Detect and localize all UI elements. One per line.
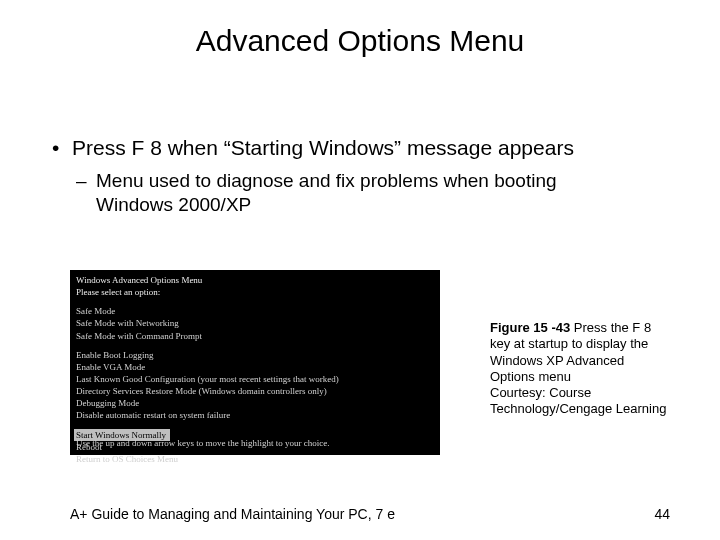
figure-caption: Figure 15 -43 Press the F 8 key at start… bbox=[490, 320, 670, 418]
menu-option-safe-mode-cmd: Safe Mode with Command Prompt bbox=[76, 330, 434, 342]
menu-hint: Use the up and down arrow keys to move t… bbox=[76, 437, 329, 449]
slide-title: Advanced Options Menu bbox=[0, 24, 720, 58]
menu-option-safe-mode-networking: Safe Mode with Networking bbox=[76, 317, 434, 329]
menu-option-debug: Debugging Mode bbox=[76, 397, 434, 409]
footer-page-number: 44 bbox=[654, 506, 670, 522]
footer-book-title: A+ Guide to Managing and Maintaining You… bbox=[70, 506, 395, 522]
advanced-options-menu-screenshot: Windows Advanced Options Menu Please sel… bbox=[70, 270, 440, 455]
bullet-level-2: Menu used to diagnose and fix problems w… bbox=[76, 169, 632, 217]
screenshot-figure: Windows Advanced Options Menu Please sel… bbox=[70, 270, 440, 455]
figure-courtesy: Courtesy: Course Technology/Cengage Lear… bbox=[490, 385, 666, 416]
menu-title: Windows Advanced Options Menu bbox=[76, 274, 434, 286]
figure-number: Figure 15 -43 bbox=[490, 320, 570, 335]
menu-option-dsrm: Directory Services Restore Mode (Windows… bbox=[76, 385, 434, 397]
bullet-level-1: Press F 8 when “Starting Windows” messag… bbox=[52, 135, 632, 161]
bullet-list: Press F 8 when “Starting Windows” messag… bbox=[52, 135, 632, 217]
menu-option-vga-mode: Enable VGA Mode bbox=[76, 361, 434, 373]
menu-option-disable-auto-restart: Disable automatic restart on system fail… bbox=[76, 409, 434, 421]
menu-prompt: Please select an option: bbox=[76, 286, 434, 298]
menu-option-safe-mode: Safe Mode bbox=[76, 305, 434, 317]
menu-option-return: Return to OS Choices Menu bbox=[76, 453, 434, 465]
slide: Advanced Options Menu Press F 8 when “St… bbox=[0, 0, 720, 540]
menu-option-lkgc: Last Known Good Configuration (your most… bbox=[76, 373, 434, 385]
menu-option-boot-logging: Enable Boot Logging bbox=[76, 349, 434, 361]
